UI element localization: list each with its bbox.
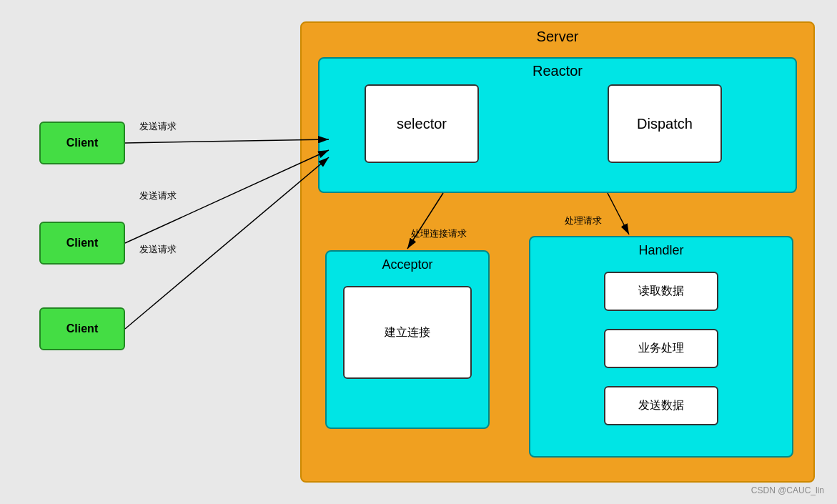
client-label-3: Client: [66, 322, 98, 335]
jianlian-label: 建立连接: [385, 325, 430, 340]
dispatch-label: Dispatch: [637, 116, 693, 132]
watermark: CSDN @CAUC_lin: [751, 485, 824, 495]
send-data-label: 发送数据: [638, 398, 684, 413]
handle-connection-label: 处理连接请求: [411, 227, 467, 240]
send-request-label-1: 发送请求: [139, 120, 177, 133]
process-box: 业务处理: [604, 329, 718, 368]
client-label-1: Client: [66, 137, 98, 149]
handle-request-label: 处理请求: [565, 214, 602, 227]
client-box-2: Client: [39, 222, 125, 265]
process-label: 业务处理: [638, 341, 684, 356]
send-request-label-2: 发送请求: [139, 189, 177, 202]
read-data-box: 读取数据: [604, 272, 718, 311]
diagram: Server Reactor selector Dispatch Accepto…: [0, 0, 837, 504]
reactor-label: Reactor: [318, 63, 797, 79]
jianlian-box: 建立连接: [343, 286, 472, 379]
client-box-1: Client: [39, 122, 125, 164]
dispatch-box: Dispatch: [608, 84, 722, 163]
selector-label: selector: [397, 116, 447, 132]
svg-line-1: [125, 139, 329, 143]
acceptor-label: Acceptor: [325, 257, 490, 272]
handler-label: Handler: [529, 243, 793, 258]
selector-box: selector: [365, 84, 479, 163]
send-request-label-3: 发送请求: [139, 243, 177, 256]
server-label: Server: [300, 29, 815, 45]
client-box-3: Client: [39, 307, 125, 350]
client-label-2: Client: [66, 237, 98, 249]
read-data-label: 读取数据: [638, 284, 684, 299]
send-data-box: 发送数据: [604, 386, 718, 425]
